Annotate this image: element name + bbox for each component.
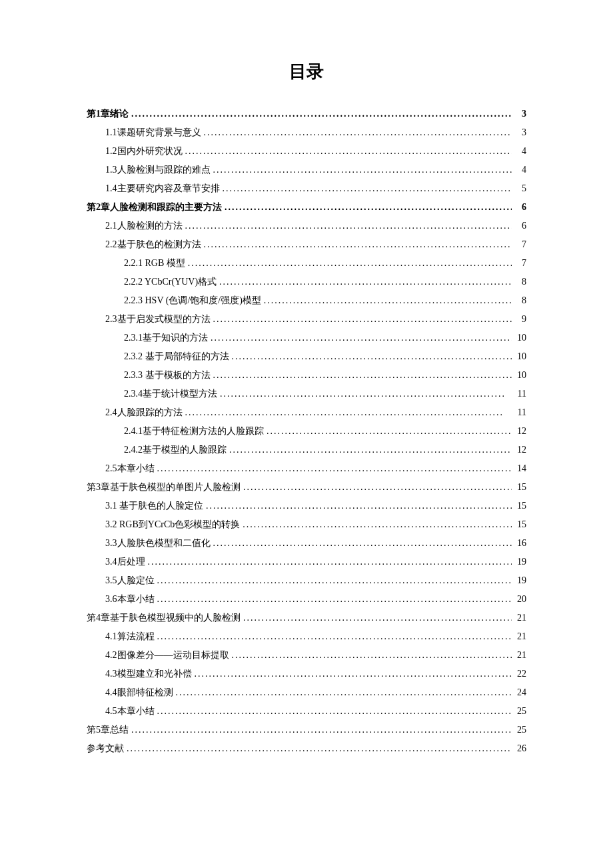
toc-entry-label: 1.2国内外研究状况 <box>105 142 183 161</box>
toc-leader-dots <box>157 627 512 646</box>
toc-entry-page: 10 <box>514 329 526 347</box>
toc-entry: 4.2图像差分——运动目标提取21 <box>105 646 526 665</box>
toc-leader-dots <box>131 721 512 739</box>
toc-entry-page: 8 <box>514 291 526 310</box>
toc-entry-page: 7 <box>514 235 526 254</box>
toc-entry: 第4章基于肤色模型视频中的人脸检测21 <box>87 609 526 627</box>
toc-leader-dots <box>188 254 512 273</box>
toc-entry: 2.2.3 HSV (色调/饱和度/强度)模型8 <box>124 291 526 310</box>
toc-entry-label: 第4章基于肤色模型视频中的人脸检测 <box>87 609 241 627</box>
toc-entry-label: 1.1课题研究背景与意义 <box>105 123 201 142</box>
toc-entry: 2.2.1 RGB 模型7 <box>124 254 526 273</box>
toc-entry: 4.1算法流程21 <box>105 627 526 646</box>
toc-entry-page: 6 <box>514 217 526 235</box>
toc-entry: 1.4主要研究内容及章节安排5 <box>105 179 526 198</box>
toc-entry: 3.1 基于肤色的人脸定位15 <box>105 497 526 515</box>
toc-entry-label: 1.3人脸检测与跟踪的难点 <box>105 161 211 179</box>
toc-entry-label: 第5章总结 <box>87 721 129 739</box>
toc-leader-dots <box>243 515 512 534</box>
toc-entry: 3.4后处理19 <box>105 553 526 571</box>
toc-leader-dots <box>127 739 512 758</box>
toc-entry-label: 2.2.3 HSV (色调/饱和度/强度)模型 <box>124 291 261 310</box>
toc-entry-page: 4 <box>514 142 526 161</box>
toc-leader-dots <box>223 179 512 198</box>
toc-entry-label: 2.4.2基于模型的人脸跟踪 <box>124 441 227 459</box>
toc-entry-label: 2.3.4基于统计模型方法 <box>124 385 217 403</box>
toc-entry-page: 3 <box>514 105 526 123</box>
toc-leader-dots <box>185 142 512 161</box>
toc-entry-page: 12 <box>514 422 526 441</box>
toc-leader-dots <box>232 646 512 665</box>
toc-entry-page: 15 <box>514 515 526 534</box>
toc-leader-dots <box>211 329 512 347</box>
toc-entry-page: 12 <box>514 441 526 459</box>
toc-leader-dots <box>157 571 512 590</box>
toc-leader-dots <box>148 553 512 571</box>
toc-entry: 4.5本章小结25 <box>105 702 526 721</box>
toc-entry-page: 24 <box>514 683 526 702</box>
toc-entry-label: 2.4人脸跟踪的方法 <box>105 403 183 422</box>
toc-entry-page: 21 <box>514 627 526 646</box>
toc-entry: 3.3人脸肤色模型和二值化16 <box>105 534 526 553</box>
toc-entry: 1.1课题研究背景与意义3 <box>105 123 526 142</box>
toc-entry-page: 14 <box>514 459 526 478</box>
toc-entry-label: 2.3.2 基于局部特征的方法 <box>124 347 229 366</box>
toc-entry: 2.2.2 YCbCr(YUV)格式8 <box>124 273 526 291</box>
toc-entry-label: 参考文献 <box>87 739 124 758</box>
toc-entry-page: 10 <box>514 366 526 385</box>
toc-entry: 1.3人脸检测与跟踪的难点4 <box>105 161 526 179</box>
toc-entry-label: 2.2基于肤色的检测方法 <box>105 235 201 254</box>
toc-title: 目录 <box>87 60 526 83</box>
toc-entry: 2.3.4基于统计模型方法11 <box>124 385 526 403</box>
toc-leader-dots <box>176 683 512 702</box>
toc-entry: 2.3.1基于知识的方法10 <box>124 329 526 347</box>
toc-entry-page: 25 <box>514 702 526 721</box>
toc-entry-label: 2.3.3 基于模板的方法 <box>124 366 211 385</box>
toc-leader-dots <box>185 217 512 235</box>
toc-entry-page: 19 <box>514 571 526 590</box>
toc-entry-label: 2.3.1基于知识的方法 <box>124 329 208 347</box>
toc-leader-dots <box>213 161 512 179</box>
toc-entry: 2.1人脸检测的方法6 <box>105 217 526 235</box>
toc-leader-dots <box>213 310 512 329</box>
toc-entry-label: 2.2.1 RGB 模型 <box>124 254 185 273</box>
toc-entry-label: 4.4眼部特征检测 <box>105 683 173 702</box>
toc-entry: 第3章基于肤色模型的单图片人脸检测15 <box>87 478 526 497</box>
toc-entry-label: 第1章绪论 <box>87 105 129 123</box>
toc-leader-dots <box>204 235 512 254</box>
toc-leader-dots <box>157 459 512 478</box>
toc-entry-label: 2.3基于启发式模型的方法 <box>105 310 211 329</box>
toc-entry: 2.4.1基于特征检测方法的人脸跟踪12 <box>124 422 526 441</box>
toc-leader-dots <box>243 609 512 627</box>
toc-entry: 1.2国内外研究状况4 <box>105 142 526 161</box>
toc-entry-page: 21 <box>514 609 526 627</box>
toc-leader-dots <box>195 665 512 683</box>
toc-leader-dots <box>204 123 512 142</box>
toc-entry-page: 3 <box>514 123 526 142</box>
toc-entry-label: 第3章基于肤色模型的单图片人脸检测 <box>87 478 241 497</box>
toc-leader-dots <box>213 534 512 553</box>
toc-leader-dots <box>264 291 512 310</box>
toc-leader-dots <box>157 702 512 721</box>
toc-entry-page: 10 <box>514 347 526 366</box>
toc-leader-dots <box>219 273 512 291</box>
toc-entry-page: 26 <box>514 739 526 758</box>
toc-entry-page: 19 <box>514 553 526 571</box>
toc-entry-label: 2.1人脸检测的方法 <box>105 217 183 235</box>
toc-entry-label: 4.3模型建立和光补偿 <box>105 665 192 683</box>
toc-leader-dots <box>229 441 512 459</box>
toc-entry-label: 3.4后处理 <box>105 553 145 571</box>
toc-entry-page: 21 <box>514 646 526 665</box>
toc-entry: 第2章人脸检测和跟踪的主要方法6 <box>87 198 526 217</box>
toc-leader-dots <box>225 198 512 217</box>
toc-leader-dots <box>206 497 512 515</box>
toc-entry-label: 2.4.1基于特征检测方法的人脸跟踪 <box>124 422 264 441</box>
toc-entry-label: 4.5本章小结 <box>105 702 155 721</box>
toc-entry-page: 7 <box>514 254 526 273</box>
toc-entry: 第1章绪论3 <box>87 105 526 123</box>
toc-entry-label: 4.2图像差分——运动目标提取 <box>105 646 229 665</box>
toc-entry-page: 6 <box>514 198 526 217</box>
toc-leader-dots <box>243 478 512 497</box>
toc-leader-dots <box>220 385 504 403</box>
toc-entry-label: 3.3人脸肤色模型和二值化 <box>105 534 211 553</box>
